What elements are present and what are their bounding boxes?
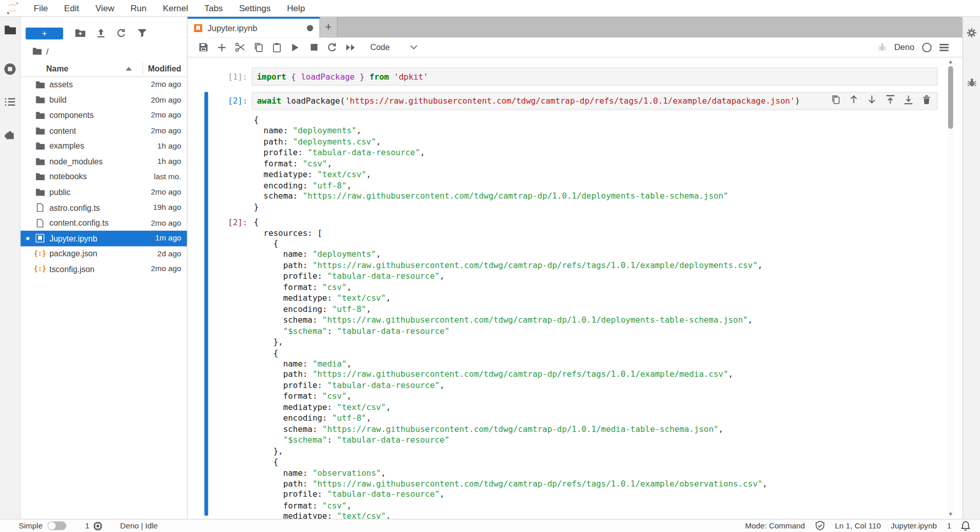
menu-view[interactable]: View xyxy=(87,0,122,16)
menu-settings[interactable]: Settings xyxy=(231,0,279,16)
insert-cell-above-icon[interactable] xyxy=(885,94,895,105)
right-sidebar xyxy=(963,17,980,519)
kernel-status-idle-icon[interactable] xyxy=(922,42,932,53)
simple-mode-toggle[interactable] xyxy=(47,521,66,530)
cell-type-dropdown[interactable]: Code xyxy=(371,42,418,52)
stop-icon[interactable] xyxy=(309,42,319,53)
scrollbar-thumb[interactable] xyxy=(948,66,953,129)
copy-icon[interactable] xyxy=(254,42,264,53)
file-name: package.json xyxy=(50,249,158,258)
terminals-kernels-status[interactable]: 1 xyxy=(85,521,103,530)
file-name: tsconfig.json xyxy=(50,264,151,274)
menu-help[interactable]: Help xyxy=(279,0,313,16)
new-folder-icon[interactable] xyxy=(70,27,89,39)
file-row-build[interactable]: build20m ago xyxy=(20,92,187,108)
debugger-bug-icon[interactable] xyxy=(877,42,887,52)
move-cell-down-icon[interactable] xyxy=(867,94,877,105)
debugger-panel-bug-icon[interactable] xyxy=(966,77,977,88)
move-cell-up-icon[interactable] xyxy=(849,94,859,105)
notebook-scrollbar[interactable]: ▲ ▼ xyxy=(947,59,953,517)
file-row-content[interactable]: content2mo ago xyxy=(20,123,187,138)
file-row-package-json[interactable]: {:}package.json2d ago xyxy=(20,246,187,261)
file-modified: 2d ago xyxy=(157,249,181,258)
folder-icon xyxy=(35,188,45,197)
file-row-public[interactable]: public2mo ago xyxy=(20,184,187,200)
column-modified[interactable]: Modified xyxy=(148,64,181,73)
tab-jupyter-ipynb[interactable]: Jupyter.ipynb xyxy=(187,17,320,37)
code-cell-1[interactable]: [1]: import { loadPackage } from 'dpkit' xyxy=(187,67,962,86)
file-browser-tab-icon[interactable] xyxy=(4,24,16,36)
property-inspector-gear-icon[interactable] xyxy=(966,27,977,38)
file-row-assets[interactable]: assets2mo ago xyxy=(20,77,187,92)
paste-icon[interactable] xyxy=(272,42,282,53)
file-icon xyxy=(35,203,45,212)
file-name: Jupyter.ipynb xyxy=(50,234,155,243)
bell-icon[interactable] xyxy=(961,521,970,531)
duplicate-cell-icon[interactable] xyxy=(830,94,841,105)
file-row-content-config-ts[interactable]: content.config.ts2mo ago xyxy=(20,215,187,231)
new-tab-button[interactable]: + xyxy=(320,17,337,37)
menu-edit[interactable]: Edit xyxy=(56,0,87,16)
sort-ascending-icon[interactable] xyxy=(126,66,132,70)
new-launcher-button[interactable]: + xyxy=(26,27,63,39)
chevron-down-icon xyxy=(410,45,418,50)
file-name: content.config.ts xyxy=(50,219,151,228)
file-row-examples[interactable]: examples1h ago xyxy=(20,138,187,154)
run-all-icon[interactable] xyxy=(346,42,356,53)
menu-kernel[interactable]: Kernel xyxy=(155,0,196,16)
tab-label: Jupyter.ipynb xyxy=(208,23,257,33)
table-of-contents-icon[interactable] xyxy=(4,95,16,108)
column-name[interactable]: Name xyxy=(20,64,68,73)
code-cell-2[interactable]: [2]: await loadPackage('https://raw.gith… xyxy=(187,92,962,519)
output-area: { name: "deployments", path: "deployment… xyxy=(252,114,962,519)
file-row-astro-config-ts[interactable]: astro.config.ts19h ago xyxy=(20,200,187,215)
file-row-jupyter-ipynb[interactable]: Jupyter.ipynb1m ago xyxy=(20,231,187,246)
save-icon[interactable] xyxy=(198,42,208,53)
cell-1-editor[interactable]: import { loadPackage } from 'dpkit' xyxy=(252,67,937,86)
file-name: components xyxy=(50,111,151,120)
jupyterlab-window: FileEditViewRunKernelTabsSettingsHelp + xyxy=(0,0,980,532)
cursor-position[interactable]: Ln 1, Col 110 xyxy=(835,521,881,530)
kernel-name[interactable]: Deno xyxy=(894,42,915,52)
cut-icon[interactable] xyxy=(235,42,245,53)
main-dock-panel: Jupyter.ipynb + xyxy=(187,17,962,519)
folder-icon xyxy=(35,173,45,181)
menu-run[interactable]: Run xyxy=(122,0,155,16)
insert-cell-icon[interactable] xyxy=(216,42,227,53)
file-row-components[interactable]: components2mo ago xyxy=(20,108,187,123)
menu-items: FileEditViewRunKernelTabsSettingsHelp xyxy=(26,0,313,16)
refresh-icon[interactable] xyxy=(112,27,131,39)
folder-icon xyxy=(35,81,45,89)
extensions-icon[interactable] xyxy=(4,129,16,141)
folder-icon xyxy=(35,111,45,119)
scroll-down-icon[interactable]: ▼ xyxy=(947,512,953,517)
file-modified: 19h ago xyxy=(153,203,181,212)
scroll-up-icon[interactable]: ▲ xyxy=(947,59,953,64)
restart-kernel-icon[interactable] xyxy=(327,42,337,53)
menu-file[interactable]: File xyxy=(26,0,56,16)
toolbar-menu-icon[interactable] xyxy=(939,43,948,51)
file-row-notebooks[interactable]: notebookslast mo. xyxy=(20,169,187,184)
output-prompt: [2]: xyxy=(187,217,248,227)
notebook-mode[interactable]: Mode: Command xyxy=(745,521,805,530)
notification-count[interactable]: 1 xyxy=(947,521,951,530)
terminal-count: 1 xyxy=(85,521,90,530)
breadcrumb[interactable]: / xyxy=(20,42,187,61)
delete-cell-icon[interactable] xyxy=(921,94,932,105)
insert-cell-below-icon[interactable] xyxy=(903,94,913,105)
execution-prompt: [2]: xyxy=(187,96,248,106)
upload-icon[interactable] xyxy=(91,27,110,39)
file-name: build xyxy=(50,95,151,105)
console-output: { name: "deployments", path: "deployment… xyxy=(254,114,963,212)
running-kernels-icon[interactable] xyxy=(4,62,16,75)
file-row-node-modules[interactable]: node_modules1h ago xyxy=(20,154,187,169)
filter-icon[interactable] xyxy=(133,27,152,39)
file-row-tsconfig-json[interactable]: {:}tsconfig.json2mo ago xyxy=(20,261,187,277)
active-cell-collapser[interactable] xyxy=(204,92,208,516)
menu-tabs[interactable]: Tabs xyxy=(196,0,231,16)
file-name: examples xyxy=(50,141,158,151)
trust-shield-icon[interactable] xyxy=(815,521,825,531)
run-icon[interactable] xyxy=(290,42,301,53)
notebook-icon xyxy=(35,234,45,243)
kernel-status-text[interactable]: Deno | Idle xyxy=(120,521,158,530)
